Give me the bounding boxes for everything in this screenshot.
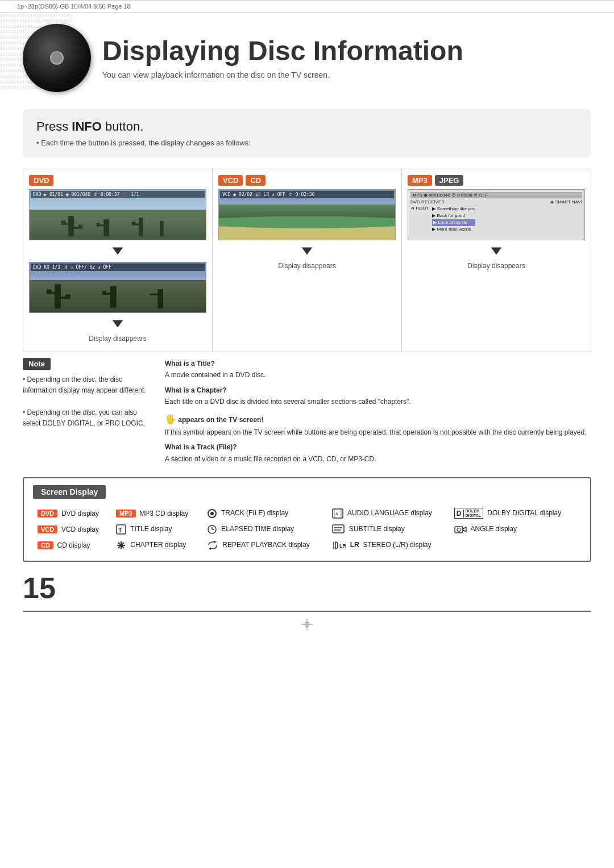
svg-rect-20 (102, 291, 106, 295)
svg-rect-2 (61, 220, 65, 224)
def-track-text: A section of video or a music file recor… (165, 455, 376, 463)
mp3-badge: MP3 (408, 175, 432, 186)
mp3-screen-overlay: MP3 ◉ 0001/0042 ⏱ 0:00:09 ↺ OFF (410, 192, 582, 198)
svg-point-29 (210, 512, 214, 515)
svg-rect-17 (65, 294, 70, 299)
title-icon: T (116, 524, 126, 535)
svg-rect-39 (333, 525, 344, 533)
page-subtitle: You can view playback information on the… (102, 70, 463, 80)
bottom-crosshair-container (0, 612, 614, 639)
title-section: 0101010101010101010101010110101010101010… (0, 12, 614, 98)
dvd-display-disappears: Display disappears (29, 335, 206, 346)
mp3-arrow (488, 243, 505, 260)
svg-marker-27 (491, 247, 502, 254)
vcd-panel: VCD CD VCD ◉ 02/02 🔊 LR ↺ OFF ⏱ 0:02:30 … (213, 169, 402, 352)
def-title-text: A movie contained in a DVD disc. (165, 371, 265, 379)
svg-rect-15 (46, 290, 51, 294)
mp3-panel: MP3 JPEG MP3 ◉ 0001/0042 ⏱ 0:00:09 ↺ OFF… (402, 169, 591, 352)
note-item-2: • Depending on the disc, you can also se… (23, 407, 148, 429)
def-track-item: What is a Track (File)? A section of vid… (165, 441, 591, 465)
mp3-nav-items: ▶ Something like you ▶ Back for good ▶ L… (432, 206, 475, 233)
dvd-screen1-overlay: DVD ▶ 01/01 ◉ 001/040 ⏱ 0:00:37 🎵 1/1 (31, 191, 205, 198)
definitions-section: What is a Title? A movie contained in a … (165, 358, 591, 468)
audio-lang-icon: A (332, 508, 343, 519)
sd-title-display: T TITLE display (113, 522, 202, 537)
def-hand-label: appears on the TV screen! (178, 416, 263, 424)
svg-rect-22 (150, 294, 162, 295)
dolby-icon: D DOLBYDIGITAL (454, 508, 483, 519)
disc-image (23, 24, 91, 92)
elapsed-icon (207, 524, 217, 535)
track-icon (207, 508, 217, 519)
cd-badge: CD (246, 175, 265, 186)
page-number: 15 (23, 571, 591, 605)
svg-marker-49 (214, 541, 217, 543)
sd-row-2: VCD VCD display T TITLE display (34, 522, 580, 537)
def-hand-item: 🖐 appears on the TV screen! If this symb… (165, 411, 591, 439)
sd-mp3-display: MP3 MP3 CD display (113, 506, 202, 521)
dvd-screen2: DVD KO 1/3 ⏸ ☐ OFF/ 02 ↺ OFF (29, 262, 206, 313)
press-info-section: Press INFO button. • Each time the butto… (23, 109, 591, 157)
sd-mp3-badge: MP3 (116, 510, 136, 518)
sd-dvd-display: DVD DVD display (34, 506, 111, 521)
sd-cd-badge: CD (38, 541, 53, 549)
svg-text:T: T (118, 527, 122, 533)
svg-rect-5 (103, 219, 109, 236)
vcd-display-disappears: Display disappears (218, 262, 396, 273)
svg-rect-7 (97, 223, 100, 226)
stereo-lr-label: LR (350, 541, 359, 549)
svg-rect-11 (160, 221, 163, 236)
svg-rect-10 (132, 222, 135, 225)
info-bold: INFO (72, 119, 102, 133)
dvd-badge-row: DVD (29, 175, 206, 186)
svg-text:LR: LR (339, 543, 346, 549)
mp3-badge-row: MP3 JPEG (408, 175, 585, 186)
svg-point-44 (457, 528, 460, 532)
note-box: Note • Depending on the disc, the disc i… (23, 358, 148, 468)
svg-marker-23 (113, 320, 123, 327)
mp3-nav-content: ⊲ ROOT ▶ Something like you ▶ Back for g… (410, 206, 582, 233)
sd-chapter-display: CHAPTER display (113, 538, 202, 553)
sd-stereo-display: LR LR STEREO (L/R) display (329, 538, 449, 553)
def-title-item: What is a Title? A movie contained in a … (165, 358, 591, 381)
sd-vcd-badge: VCD (38, 525, 57, 533)
bottom-content: Note • Depending on the disc, the disc i… (23, 358, 591, 468)
vcd-screen: VCD ◉ 02/02 🔊 LR ↺ OFF ⏱ 0:02:30 (218, 189, 396, 240)
def-chapter-label: What is a Chapter? (165, 386, 227, 394)
svg-rect-0 (68, 216, 74, 236)
screen-display-section: Screen Display DVD DVD display MP3 MP3 C… (23, 477, 591, 562)
page-wrapper: 1p~28p(DS80)-GB 10/4/04 9:50 Page 18 010… (0, 0, 614, 868)
press-info-description: • Each time the button is pressed, the d… (36, 139, 578, 147)
press-suffix: button. (102, 119, 143, 133)
svg-rect-8 (139, 218, 143, 236)
jpeg-badge: JPEG (435, 175, 464, 186)
subtitle-icon (332, 524, 345, 535)
def-hand-text: If this symbol appears on the TV screen … (165, 428, 587, 436)
sd-elapsed-display: ELAPSED TIME display (204, 522, 328, 537)
screen-display-header: Screen Display (33, 485, 106, 499)
dvd-badge: DVD (29, 175, 53, 186)
svg-text:A: A (335, 512, 338, 516)
vcd-arrow (298, 243, 316, 260)
screen-display-table: DVD DVD display MP3 MP3 CD display TRACK… (33, 504, 581, 554)
sd-dolby-display: D DOLBYDIGITAL DOLBY DIGITAL display (451, 506, 580, 521)
header-left: 1p~28p(DS80)-GB 10/4/04 9:50 Page 18 (17, 3, 131, 10)
def-track-label: What is a Track (File)? (165, 443, 237, 451)
svg-rect-32 (341, 509, 342, 518)
sd-repeat-display: REPEAT PLAYBACK display (204, 538, 328, 553)
sd-angle-display: ANGLE display (451, 522, 580, 537)
sd-vcd-display: VCD VCD display (34, 522, 111, 537)
mp3-nav-screen: MP3 ◉ 0001/0042 ⏱ 0:00:09 ↺ OFF DVD RECE… (408, 189, 585, 240)
sd-audio-display: A AUDIO LANGUAGE display (329, 506, 449, 521)
dvd-screen1: DVD ▶ 01/01 ◉ 001/040 ⏱ 0:00:37 🎵 1/1 (29, 189, 206, 240)
mp3-nav-header: DVD RECEIVER ◈ SMART NAVI (410, 199, 582, 205)
vcd-badge-row: VCD CD (218, 175, 396, 186)
repeat-icon (207, 540, 218, 550)
dvd-screen2-overlay: DVD KO 1/3 ⏸ ☐ OFF/ 02 ↺ OFF (31, 264, 205, 271)
svg-point-25 (219, 216, 395, 228)
svg-rect-18 (110, 286, 116, 308)
svg-rect-31 (334, 509, 335, 518)
press-info-title: Press INFO button. (36, 119, 578, 134)
dvd-panel: DVD DVD ▶ 01/01 ◉ 001/040 ⏱ 0:00:37 🎵 1/… (23, 169, 213, 352)
sd-track-display: TRACK (FILE) display (204, 506, 328, 521)
